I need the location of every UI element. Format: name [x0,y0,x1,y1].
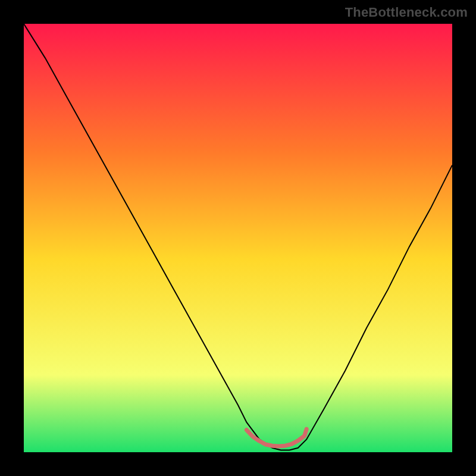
chart-root: TheBottleneck.com [0,0,476,476]
watermark-text: TheBottleneck.com [345,5,468,20]
chart-svg [24,24,452,452]
gradient-background [24,24,452,452]
plot-area [24,24,452,452]
